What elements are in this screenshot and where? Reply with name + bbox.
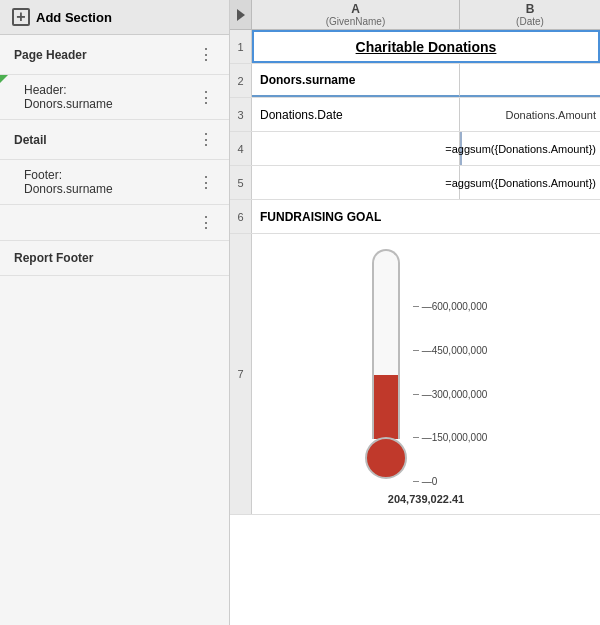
table-row: 3 Donations.Date Donations.Amount <box>230 98 600 132</box>
footer-donors-menu-icon[interactable]: ⋮ <box>198 173 215 192</box>
donations-date-cell[interactable]: Donations.Date <box>252 98 460 131</box>
scale-label-450: —450,000,000 <box>422 345 488 356</box>
row-num-6: 6 <box>230 200 252 233</box>
scale-label-150: —150,000,000 <box>422 432 488 443</box>
add-section-label: Add Section <box>36 10 112 25</box>
col-a-name: (GivenName) <box>326 16 385 27</box>
scale-label-300: —300,000,000 <box>422 389 488 400</box>
row-7-content: —600,000,000 —450,000,000 —300,000,000 <box>252 234 600 514</box>
scale-label-600: —600,000,000 <box>422 301 488 312</box>
sidebar-item-page-header[interactable]: Page Header ⋮ <box>0 35 229 75</box>
row-num-3: 3 <box>230 98 252 131</box>
section-items: Page Header ⋮ Header:Donors.surname ⋮ De… <box>0 35 229 625</box>
aggsum-text-4: =aggsum({Donations.Amount}) <box>445 143 596 155</box>
row-3-content: Donations.Date Donations.Amount <box>252 98 600 131</box>
row-4-content: =aggsum({Donations.Amount}) <box>252 132 600 165</box>
column-header-row: A (GivenName) B (Date) <box>230 0 600 30</box>
scale-tick-600: —600,000,000 <box>413 301 488 312</box>
tick-line <box>413 306 419 307</box>
col-a-letter: A <box>351 2 360 16</box>
row-num-7: 7 <box>230 234 252 514</box>
donations-amount-cell[interactable]: Donations.Amount <box>460 98 600 131</box>
table-row: 7 <box>230 234 600 515</box>
row-num-2: 2 <box>230 64 252 97</box>
donors-surname-cell[interactable]: Donors.surname <box>252 64 460 97</box>
row-num-1: 1 <box>230 30 252 63</box>
table-row: 2 Donors.surname <box>230 64 600 98</box>
aggsum-cell-5[interactable]: =aggsum({Donations.Amount}) <box>460 166 600 199</box>
triangle-icon <box>237 9 245 21</box>
row-2-content: Donors.surname <box>252 64 600 97</box>
scale-tick-150: —150,000,000 <box>413 432 488 443</box>
data-rows: 1 Charitable Donations 2 Donors.surname … <box>230 30 600 625</box>
scale-tick-300: —300,000,000 <box>413 389 488 400</box>
thermometer-bulb <box>365 437 407 479</box>
sidebar-item-header-donors[interactable]: Header:Donors.surname ⋮ <box>0 75 229 120</box>
table-row: 6 FUNDRAISING GOAL <box>230 200 600 234</box>
extra-menu-icon[interactable]: ⋮ <box>198 213 215 232</box>
thermometer-fill <box>374 375 398 439</box>
thermometer-scale: —600,000,000 —450,000,000 —300,000,000 <box>413 299 488 489</box>
row-1-content: Charitable Donations <box>252 30 600 63</box>
charitable-donations-text: Charitable Donations <box>356 39 497 55</box>
row-6-content: FUNDRAISING GOAL <box>252 200 600 233</box>
table-row: 5 =aggsum({Donations.Amount}) <box>230 166 600 200</box>
tick-line <box>413 481 419 482</box>
row-num-5: 5 <box>230 166 252 199</box>
header-donors-menu-icon[interactable]: ⋮ <box>198 88 215 107</box>
sidebar-item-detail[interactable]: Detail ⋮ <box>0 120 229 160</box>
section-label-header-donors: Header:Donors.surname <box>24 83 113 111</box>
table-row: 1 Charitable Donations <box>230 30 600 64</box>
row-5-content: =aggsum({Donations.Amount}) <box>252 166 600 199</box>
col-b-header: B (Date) <box>460 0 600 29</box>
tick-line <box>413 350 419 351</box>
fundraising-goal-cell[interactable]: FUNDRAISING GOAL <box>252 200 600 233</box>
charitable-donations-cell[interactable]: Charitable Donations <box>252 30 600 63</box>
section-label-footer-donors: Footer:Donors.surname <box>24 168 113 196</box>
col-b-letter: B <box>526 2 535 16</box>
row-num-4: 4 <box>230 132 252 165</box>
donors-surname-text: Donors.surname <box>260 73 355 87</box>
scale-label-0: —0 <box>422 476 438 487</box>
thermometer-cell: —600,000,000 —450,000,000 —300,000,000 <box>252 234 600 514</box>
col-a-header: A (GivenName) <box>252 0 460 29</box>
row-num-col-header <box>230 0 252 29</box>
thermometer-container: —600,000,000 —450,000,000 —300,000,000 <box>365 249 488 489</box>
fundraising-goal-text: FUNDRAISING GOAL <box>260 210 381 224</box>
sidebar-item-extra[interactable]: ⋮ <box>0 205 229 241</box>
aggsum-cell-4[interactable]: =aggsum({Donations.Amount}) <box>460 132 600 165</box>
row-5-left <box>252 166 460 199</box>
table-row: 4 =aggsum({Donations.Amount}) <box>230 132 600 166</box>
section-label-detail: Detail <box>14 133 47 147</box>
col-b-name: (Date) <box>516 16 544 27</box>
section-label-report-footer: Report Footer <box>14 251 93 265</box>
thermometer-body <box>365 249 407 489</box>
left-panel: + Add Section Page Header ⋮ Header:Donor… <box>0 0 230 625</box>
right-panel: A (GivenName) B (Date) 1 Charitable Dona… <box>230 0 600 625</box>
section-label-page-header: Page Header <box>14 48 87 62</box>
donations-date-text: Donations.Date <box>260 108 343 122</box>
page-header-menu-icon[interactable]: ⋮ <box>198 45 215 64</box>
sidebar-item-footer-donors[interactable]: Footer:Donors.surname ⋮ <box>0 160 229 205</box>
plus-icon: + <box>12 8 30 26</box>
row-4-left <box>252 132 460 165</box>
tick-line <box>413 394 419 395</box>
row-2-right <box>460 64 600 97</box>
detail-menu-icon[interactable]: ⋮ <box>198 130 215 149</box>
add-section-bar[interactable]: + Add Section <box>0 0 229 35</box>
sidebar-item-report-footer[interactable]: Report Footer <box>0 241 229 276</box>
aggsum-text-5: =aggsum({Donations.Amount}) <box>445 177 596 189</box>
donations-amount-text: Donations.Amount <box>506 109 597 121</box>
thermometer-tube <box>372 249 400 439</box>
scale-tick-0: —0 <box>413 476 488 487</box>
thermometer-value: 204,739,022.41 <box>388 493 464 505</box>
scale-tick-450: —450,000,000 <box>413 345 488 356</box>
tick-line <box>413 437 419 438</box>
